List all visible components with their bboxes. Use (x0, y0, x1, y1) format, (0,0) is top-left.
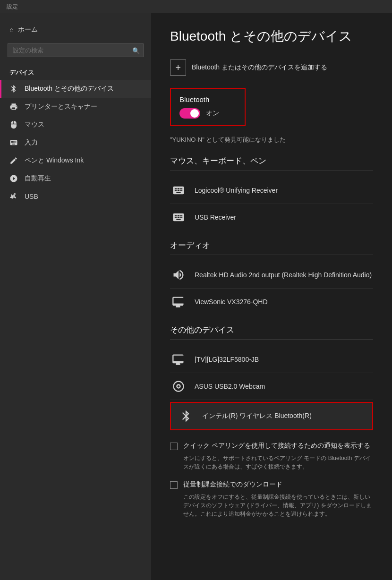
device-item-intel-bluetooth[interactable]: インテル(R) ワイヤレス Bluetooth(R) (170, 402, 373, 430)
search-icon: 🔍 (132, 47, 140, 54)
app-container: ⌂ ホーム 🔍 デバイス Bluetooth とその他のデバイス プリンターとス… (0, 13, 392, 580)
page-title: Bluetooth とその他のデバイス (170, 27, 373, 45)
sidebar-item-usb[interactable]: USB (0, 188, 151, 205)
sidebar-item-mouse[interactable]: マウス (0, 116, 151, 134)
title-bar: 設定 (0, 0, 392, 13)
add-device-button[interactable]: + Bluetooth またはその他のデバイスを追加する (170, 57, 373, 78)
sidebar-item-usb-label: USB (25, 193, 38, 200)
metered-connection-desc: この設定をオフにすると、従量制課金接続を使っているときには、新しいデバイスのソフ… (183, 493, 373, 518)
device-item-tv-lg: [TV][LG]32LF5800-JB (170, 346, 373, 373)
viewsonic-name: ViewSonic VX3276-QHD (195, 298, 268, 306)
keyboard-icon (9, 138, 19, 147)
section-header-mouse-keyboard: マウス、キーボード、ペン (170, 155, 373, 171)
metered-connection-label: 従量制課金接続でのダウンロード (183, 480, 282, 489)
title-bar-label: 設定 (7, 3, 18, 11)
sidebar-item-autoplay-label: 自動再生 (25, 174, 51, 183)
device-item-realtek: Realtek HD Audio 2nd output (Realtek Hig… (170, 262, 373, 289)
mouse-keyboard-devices: Logicool® Unifying Receiver USB Receiver (170, 177, 373, 230)
sidebar-item-input[interactable]: 入力 (0, 134, 151, 152)
sidebar-item-pen-label: ペンと Windows Ink (25, 156, 84, 165)
bluetooth-label: Bluetooth (179, 95, 236, 103)
sidebar-item-pen[interactable]: ペンと Windows Ink (0, 152, 151, 170)
sidebar: ⌂ ホーム 🔍 デバイス Bluetooth とその他のデバイス プリンターとス… (0, 13, 151, 580)
webcam-icon (170, 378, 187, 395)
quick-pairing-row: クイック ペアリングを使用して接続するための通知を表示する (170, 442, 373, 450)
mouse-icon (9, 120, 19, 129)
monitor-audio-icon (170, 293, 187, 310)
sidebar-home-button[interactable]: ⌂ ホーム (0, 21, 151, 39)
quick-pairing-desc: オンにすると、サポートされているペアリング モードの Bluetooth デバイ… (183, 454, 373, 471)
home-label: ホーム (18, 26, 38, 34)
device-item-usb-receiver: USB Receiver (170, 204, 373, 230)
device-item-viewsonic: ViewSonic VX3276-QHD (170, 289, 373, 315)
discoverable-text: "YUKINO-N" として発見可能になりました (170, 136, 373, 144)
sidebar-item-printers[interactable]: プリンターとスキャナー (0, 98, 151, 116)
speaker-icon (170, 266, 187, 283)
bluetooth-icon (9, 85, 19, 93)
sidebar-item-input-label: 入力 (25, 138, 38, 147)
section-header-audio: オーディオ (170, 240, 373, 255)
bluetooth-toggle-label: オン (206, 109, 219, 118)
bluetooth-toggle[interactable] (179, 108, 200, 119)
sidebar-item-mouse-label: マウス (25, 120, 44, 129)
usb-icon (9, 192, 19, 201)
audio-devices: Realtek HD Audio 2nd output (Realtek Hig… (170, 262, 373, 315)
sidebar-item-bluetooth[interactable]: Bluetooth とその他のデバイス (0, 80, 151, 98)
home-icon: ⌂ (9, 26, 13, 34)
intel-bluetooth-name: インテル(R) ワイヤレス Bluetooth(R) (202, 412, 312, 420)
intel-bluetooth-icon (178, 408, 195, 425)
tv-icon (170, 351, 187, 368)
sidebar-item-autoplay[interactable]: 自動再生 (0, 170, 151, 188)
asus-webcam-name: ASUS USB2.0 Webcam (195, 383, 265, 390)
pen-icon (9, 156, 19, 165)
tv-lg-name: [TV][LG]32LF5800-JB (195, 356, 259, 363)
sidebar-item-printers-label: プリンターとスキャナー (25, 102, 97, 111)
sidebar-search-container: 🔍 (8, 43, 144, 57)
realtek-name: Realtek HD Audio 2nd output (Realtek Hig… (195, 271, 372, 279)
logicool-name: Logicool® Unifying Receiver (195, 187, 278, 194)
metered-connection-section: 従量制課金接続でのダウンロード この設定をオフにすると、従量制課金接続を使ってい… (170, 480, 373, 518)
quick-pairing-section: クイック ペアリングを使用して接続するための通知を表示する オンにすると、サポー… (170, 442, 373, 471)
sidebar-section-label: デバイス (0, 65, 151, 80)
add-device-plus-icon: + (170, 60, 186, 76)
logicool-icon (170, 182, 187, 199)
device-item-asus-webcam: ASUS USB2.0 Webcam (170, 373, 373, 400)
usb-receiver-name: USB Receiver (195, 213, 236, 221)
bluetooth-section: Bluetooth オン (170, 88, 246, 126)
metered-connection-checkbox[interactable] (170, 481, 178, 489)
sidebar-item-bluetooth-label: Bluetooth とその他のデバイス (25, 85, 114, 93)
other-devices: [TV][LG]32LF5800-JB ASUS USB2.0 Webcam イ… (170, 346, 373, 430)
toggle-knob (190, 109, 199, 118)
autoplay-icon (9, 174, 19, 183)
bluetooth-toggle-row: オン (179, 108, 236, 119)
printer-icon (9, 102, 19, 111)
metered-connection-row: 従量制課金接続でのダウンロード (170, 480, 373, 489)
search-input[interactable] (8, 43, 144, 57)
device-item-logicool: Logicool® Unifying Receiver (170, 177, 373, 204)
quick-pairing-label: クイック ペアリングを使用して接続するための通知を表示する (183, 442, 370, 450)
add-device-label: Bluetooth またはその他のデバイスを追加する (192, 63, 327, 72)
usb-receiver-icon (170, 209, 187, 226)
section-header-other: その他のデバイス (170, 324, 373, 340)
main-content: Bluetooth とその他のデバイス + Bluetooth またはその他のデ… (151, 13, 392, 580)
quick-pairing-checkbox[interactable] (170, 443, 178, 450)
